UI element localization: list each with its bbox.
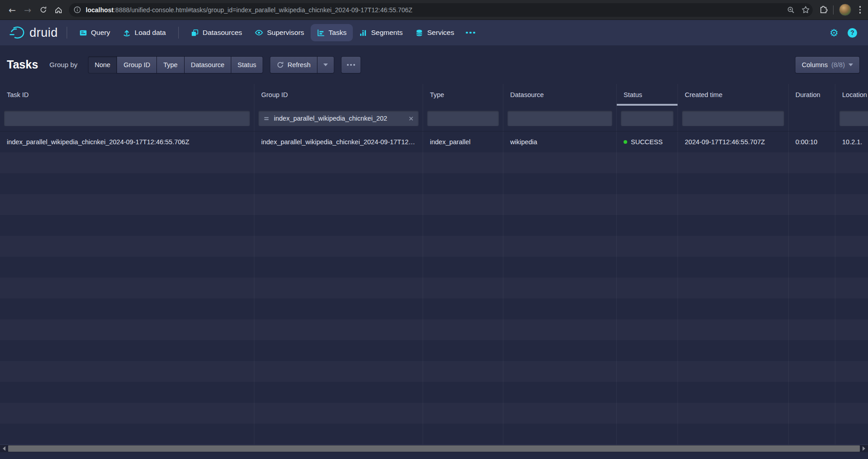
column-header-created-time[interactable]: Created time	[678, 84, 789, 106]
column-header-task-id[interactable]: Task ID	[0, 84, 254, 106]
empty-cell	[503, 361, 617, 382]
empty-cell	[423, 319, 503, 340]
group-by-none-button[interactable]: None	[88, 57, 117, 73]
scroll-left-button[interactable]	[1, 445, 7, 453]
cell-group-id[interactable]: index_parallel_wikipedia_chicnkei_2024-0…	[254, 132, 423, 152]
clear-filter-icon[interactable]	[408, 116, 414, 122]
nav-item-query[interactable]: Query	[73, 24, 117, 41]
horizontal-scrollbar[interactable]	[0, 444, 868, 452]
scrollbar-thumb[interactable]	[8, 445, 860, 452]
filter-input-type[interactable]	[427, 111, 499, 126]
profile-avatar[interactable]	[839, 4, 851, 16]
empty-cell	[254, 403, 423, 424]
table-filter-row: index_parallel_wikipedia_chicnkei_202	[0, 106, 868, 132]
browser-menu-icon[interactable]	[857, 6, 864, 14]
home-button[interactable]	[51, 2, 66, 18]
table-row[interactable]: index_parallel_wikipedia_chicnkei_2024-0…	[0, 132, 868, 152]
empty-cell	[254, 173, 423, 194]
tasks-icon	[317, 29, 325, 37]
column-header-group-id[interactable]: Group ID	[254, 84, 423, 106]
nav-item-datasources[interactable]: Datasources	[185, 24, 249, 41]
nav-label: Services	[427, 29, 454, 37]
segments-icon	[359, 29, 367, 37]
columns-button[interactable]: Columns (8/8)	[795, 57, 859, 73]
empty-cell	[678, 173, 789, 194]
cell-status[interactable]: SUCCESS	[617, 132, 678, 152]
group-by-button-group: None Group ID Type Datasource Status	[88, 57, 263, 73]
filter-input-group-id[interactable]: index_parallel_wikipedia_chicnkei_202	[258, 111, 419, 126]
cell-location[interactable]: 10.2.1.	[835, 132, 868, 152]
equals-icon	[263, 115, 270, 122]
nav-item-load-data[interactable]: Load data	[117, 24, 172, 41]
empty-cell	[789, 424, 835, 444]
empty-cell	[0, 298, 254, 319]
cell-created-time[interactable]: 2024-09-17T12:46:55.707Z	[678, 132, 789, 152]
back-button[interactable]: ←	[5, 2, 20, 18]
filter-input-status[interactable]	[621, 111, 673, 126]
empty-cell	[423, 194, 503, 215]
table-body-empty	[0, 152, 868, 444]
scroll-right-button[interactable]	[861, 445, 867, 453]
empty-cell	[423, 424, 503, 444]
table-row-empty	[0, 319, 868, 340]
nav-more-button[interactable]	[460, 24, 481, 41]
empty-cell	[617, 173, 678, 194]
help-button[interactable]: ?	[848, 28, 857, 38]
nav-item-supervisors[interactable]: Supervisors	[249, 24, 311, 41]
empty-cell	[0, 152, 254, 173]
table-row-empty	[0, 194, 868, 215]
refresh-dropdown-button[interactable]	[317, 57, 334, 73]
empty-cell	[835, 382, 868, 403]
filter-input-task-id[interactable]	[4, 111, 250, 126]
empty-cell	[789, 340, 835, 361]
bookmark-star-icon[interactable]	[801, 5, 810, 14]
nav-item-services[interactable]: Services	[409, 24, 460, 41]
more-options-button[interactable]	[341, 57, 361, 73]
nav-label: Query	[91, 29, 110, 37]
empty-cell	[0, 257, 254, 278]
nav-item-tasks[interactable]: Tasks	[311, 24, 353, 41]
filter-cell-duration	[789, 106, 835, 131]
cell-datasource[interactable]: wikipedia	[503, 132, 617, 152]
brand[interactable]: druid	[6, 26, 61, 40]
zoom-icon[interactable]	[787, 6, 795, 14]
empty-cell	[503, 319, 617, 340]
reload-button[interactable]	[35, 2, 51, 18]
table-row-empty	[0, 236, 868, 257]
cell-duration[interactable]: 0:00:10	[789, 132, 835, 152]
cell-task-id[interactable]: index_parallel_wikipedia_chicnkei_2024-0…	[0, 132, 254, 152]
column-header-datasource[interactable]: Datasource	[503, 84, 617, 106]
settings-button[interactable]: ⚙	[825, 27, 843, 39]
url-bar[interactable]: localhost:8888/unified-console.html#task…	[69, 3, 813, 17]
refresh-button[interactable]: Refresh	[270, 57, 317, 73]
url-text: localhost:8888/unified-console.html#task…	[86, 6, 781, 14]
page-title: Tasks	[7, 58, 38, 71]
nav-item-segments[interactable]: Segments	[353, 24, 409, 41]
empty-cell	[789, 152, 835, 173]
group-by-type-button[interactable]: Type	[157, 57, 184, 73]
column-header-location[interactable]: Location	[835, 84, 868, 106]
extensions-icon[interactable]	[819, 5, 828, 14]
empty-cell	[678, 215, 789, 236]
navbar: druid Query Load data Datasources Superv…	[0, 20, 868, 45]
refresh-icon	[277, 61, 284, 68]
empty-cell	[503, 403, 617, 424]
empty-cell	[678, 424, 789, 444]
group-by-datasource-button[interactable]: Datasource	[185, 57, 231, 73]
empty-cell	[0, 319, 254, 340]
empty-cell	[789, 361, 835, 382]
empty-cell	[503, 278, 617, 298]
group-by-status-button[interactable]: Status	[231, 57, 263, 73]
site-info-icon[interactable]	[73, 6, 81, 14]
filter-input-created-time[interactable]	[682, 111, 784, 126]
group-by-group-id-button[interactable]: Group ID	[117, 57, 156, 73]
column-header-type[interactable]: Type	[423, 84, 503, 106]
empty-cell	[789, 173, 835, 194]
filter-input-location[interactable]	[839, 111, 868, 126]
forward-button[interactable]: →	[20, 2, 35, 18]
empty-cell	[678, 257, 789, 278]
column-header-duration[interactable]: Duration	[789, 84, 835, 106]
column-header-status[interactable]: Status	[617, 84, 678, 106]
cell-type[interactable]: index_parallel	[423, 132, 503, 152]
filter-input-datasource[interactable]	[507, 111, 612, 126]
